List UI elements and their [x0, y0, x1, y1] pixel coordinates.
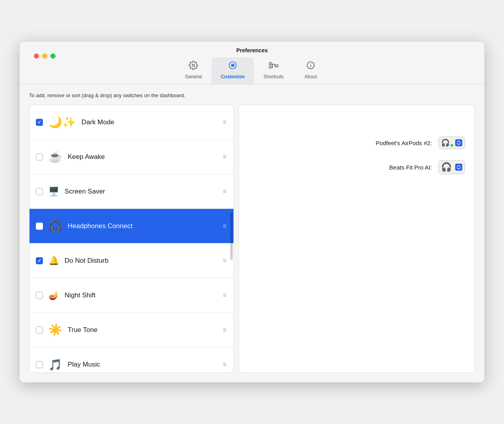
list-item[interactable]: ☕ Keep Awake ≡ — [30, 140, 233, 174]
true-tone-checkbox[interactable] — [36, 326, 43, 334]
command-icon — [269, 61, 278, 72]
tab-about[interactable]: About — [293, 57, 328, 84]
tab-customize-label: Customize — [221, 74, 245, 79]
drag-handle[interactable]: ≡ — [223, 188, 227, 195]
drag-handle[interactable]: ≡ — [223, 119, 227, 126]
list-item[interactable]: ☀️ True Tone ≡ — [30, 313, 233, 347]
do-not-disturb-checkbox[interactable] — [36, 257, 43, 264]
dark-mode-checkbox[interactable] — [36, 119, 43, 126]
description-text: To add, remove or sort (drag & drop) any… — [29, 92, 475, 98]
keep-awake-checkbox[interactable] — [36, 153, 43, 160]
headphones-label: Headphones Connect — [68, 222, 223, 230]
items-list[interactable]: 🌙✨ Dark Mode ≡ ☕ Keep Awake ≡ 🖥️ — [30, 105, 233, 372]
do-not-disturb-label: Do Not Disturb — [65, 257, 223, 265]
dark-mode-icon: 🌙✨ — [48, 116, 76, 129]
keep-awake-icon: ☕ — [48, 150, 62, 163]
preferences-window: Preferences General — [20, 42, 484, 382]
list-item[interactable]: 🌙✨ Dark Mode ≡ — [30, 105, 233, 140]
screen-saver-label: Screen Saver — [65, 188, 223, 195]
window-title: Preferences — [236, 47, 268, 53]
svg-point-4 — [311, 64, 311, 64]
airpods-selector[interactable]: 🎧 — [438, 136, 465, 149]
night-shift-label: Night Shift — [65, 291, 223, 299]
device-settings-panel: Podfeet's AirPods #2: 🎧 Beats Fit Pro AI… — [239, 105, 475, 373]
drag-handle[interactable]: ≡ — [223, 223, 227, 230]
gear-icon — [189, 61, 198, 72]
tab-general[interactable]: General — [176, 57, 211, 84]
beats-row: Beats Fit Pro AI: 🎧 — [248, 160, 465, 174]
headphones-icon: 🎧 — [48, 219, 62, 232]
airpods-row: Podfeet's AirPods #2: 🎧 — [248, 136, 465, 149]
true-tone-icon: ☀️ — [48, 323, 62, 336]
info-icon — [306, 61, 315, 72]
minimize-button[interactable] — [42, 53, 47, 59]
screen-saver-checkbox[interactable] — [36, 188, 43, 195]
scrollbar-track[interactable] — [230, 109, 233, 369]
drag-handle[interactable]: ≡ — [223, 257, 227, 264]
scrollbar-thumb[interactable] — [230, 213, 233, 260]
beats-label: Beats Fit Pro AI: — [389, 164, 432, 171]
customize-icon — [228, 61, 237, 72]
tab-about-label: About — [304, 74, 317, 79]
tab-shortcuts-label: Shortcuts — [263, 74, 284, 79]
drag-handle[interactable]: ≡ — [223, 292, 227, 299]
traffic-lights — [34, 53, 56, 59]
drag-handle[interactable]: ≡ — [223, 153, 227, 160]
beats-selector[interactable]: 🎧 — [438, 160, 465, 174]
keep-awake-label: Keep Awake — [68, 153, 223, 161]
list-item-headphones[interactable]: 🎧 Headphones Connect ≡ — [30, 209, 233, 243]
content-area: To add, remove or sort (drag & drop) any… — [20, 85, 484, 382]
tab-bar: General Customize Shortcuts — [176, 57, 328, 84]
svg-rect-6 — [455, 164, 462, 171]
night-shift-icon: 🪔 — [48, 290, 59, 300]
airpods-emoji: 🎧 — [441, 138, 453, 147]
list-item[interactable]: 🎵 Play Music ≡ — [30, 347, 233, 372]
list-item[interactable]: 🪔 Night Shift ≡ — [30, 278, 233, 313]
airpods-label: Podfeet's AirPods #2: — [376, 140, 432, 146]
drag-handle[interactable]: ≡ — [223, 326, 227, 334]
svg-rect-5 — [455, 139, 462, 146]
tab-customize[interactable]: Customize — [211, 57, 254, 84]
do-not-disturb-icon: 🔔 — [48, 256, 59, 266]
panels: 🌙✨ Dark Mode ≡ ☕ Keep Awake ≡ 🖥️ — [29, 105, 475, 373]
airpods-stepper[interactable] — [455, 139, 462, 146]
list-item[interactable]: 🔔 Do Not Disturb ≡ — [30, 243, 233, 278]
close-button[interactable] — [34, 53, 39, 59]
tab-shortcuts[interactable]: Shortcuts — [254, 57, 293, 84]
beats-emoji: 🎧 — [441, 162, 452, 172]
titlebar-top: Preferences — [26, 47, 478, 57]
list-item[interactable]: 🖥️ Screen Saver ≡ — [30, 174, 233, 209]
screen-saver-icon: 🖥️ — [48, 186, 59, 197]
tab-general-label: General — [185, 74, 202, 79]
play-music-checkbox[interactable] — [36, 361, 43, 368]
titlebar: Preferences General — [20, 42, 484, 85]
play-music-label: Play Music — [68, 361, 223, 369]
beats-stepper[interactable] — [455, 164, 462, 171]
items-list-panel: 🌙✨ Dark Mode ≡ ☕ Keep Awake ≡ 🖥️ — [29, 105, 234, 373]
night-shift-checkbox[interactable] — [36, 292, 43, 299]
maximize-button[interactable] — [50, 53, 56, 59]
true-tone-label: True Tone — [68, 326, 223, 334]
headphones-checkbox[interactable] — [36, 223, 43, 230]
drag-handle[interactable]: ≡ — [223, 361, 227, 368]
play-music-icon: 🎵 — [48, 358, 62, 371]
dark-mode-label: Dark Mode — [82, 118, 223, 126]
svg-point-0 — [192, 64, 195, 66]
